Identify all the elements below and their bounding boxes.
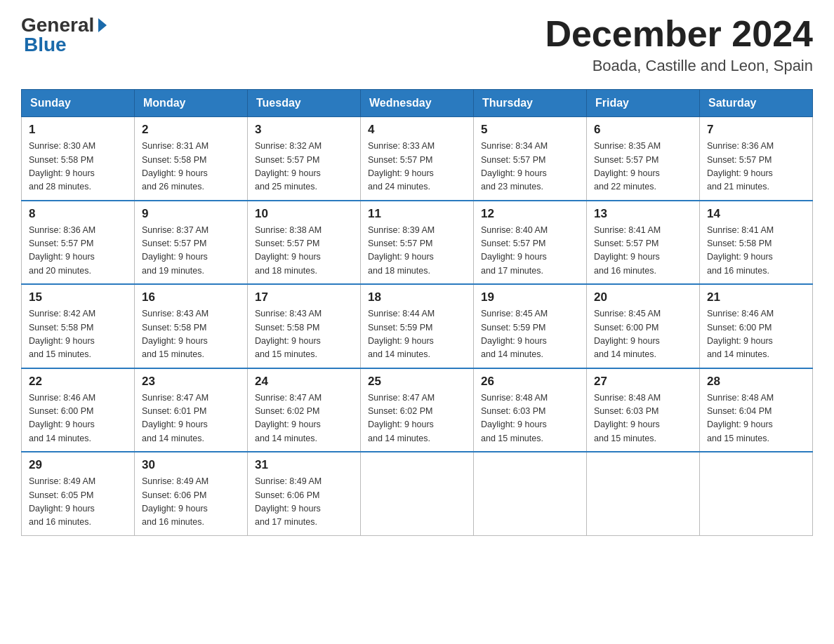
page-header: General Blue December 2024 Boada, Castil… xyxy=(21,14,813,75)
weekday-header-thursday: Thursday xyxy=(474,90,587,117)
day-info: Sunrise: 8:43 AMSunset: 5:58 PMDaylight:… xyxy=(255,307,353,362)
day-number: 16 xyxy=(142,290,240,304)
calendar-week-row: 22Sunrise: 8:46 AMSunset: 6:00 PMDayligh… xyxy=(22,368,813,452)
day-info: Sunrise: 8:39 AMSunset: 5:57 PMDaylight:… xyxy=(368,224,466,279)
calendar-cell: 2Sunrise: 8:31 AMSunset: 5:58 PMDaylight… xyxy=(135,117,248,201)
calendar-location: Boada, Castille and Leon, Spain xyxy=(545,57,813,75)
day-number: 20 xyxy=(594,290,692,304)
day-number: 1 xyxy=(29,123,127,137)
calendar-cell: 28Sunrise: 8:48 AMSunset: 6:04 PMDayligh… xyxy=(700,368,813,452)
title-section: December 2024 Boada, Castille and Leon, … xyxy=(545,14,813,75)
day-info: Sunrise: 8:49 AMSunset: 6:06 PMDaylight:… xyxy=(255,475,353,530)
day-info: Sunrise: 8:33 AMSunset: 5:57 PMDaylight:… xyxy=(368,140,466,194)
calendar-cell: 10Sunrise: 8:38 AMSunset: 5:57 PMDayligh… xyxy=(248,201,361,285)
calendar-cell: 14Sunrise: 8:41 AMSunset: 5:58 PMDayligh… xyxy=(700,201,813,285)
day-number: 30 xyxy=(142,458,240,472)
day-number: 21 xyxy=(707,290,805,304)
weekday-header-tuesday: Tuesday xyxy=(248,90,361,117)
day-number: 6 xyxy=(594,123,692,137)
day-info: Sunrise: 8:46 AMSunset: 6:00 PMDaylight:… xyxy=(29,391,127,446)
weekday-header-wednesday: Wednesday xyxy=(361,90,474,117)
day-info: Sunrise: 8:35 AMSunset: 5:57 PMDaylight:… xyxy=(594,140,692,194)
calendar-cell: 30Sunrise: 8:49 AMSunset: 6:06 PMDayligh… xyxy=(135,452,248,535)
day-info: Sunrise: 8:37 AMSunset: 5:57 PMDaylight:… xyxy=(142,224,240,279)
day-number: 2 xyxy=(142,123,240,137)
calendar-cell xyxy=(700,452,813,535)
calendar-header-row: SundayMondayTuesdayWednesdayThursdayFrid… xyxy=(22,90,813,117)
calendar-week-row: 15Sunrise: 8:42 AMSunset: 5:58 PMDayligh… xyxy=(22,284,813,368)
calendar-cell: 4Sunrise: 8:33 AMSunset: 5:57 PMDaylight… xyxy=(361,117,474,201)
day-info: Sunrise: 8:46 AMSunset: 6:00 PMDaylight:… xyxy=(707,307,805,362)
calendar-cell: 21Sunrise: 8:46 AMSunset: 6:00 PMDayligh… xyxy=(700,284,813,368)
weekday-header-friday: Friday xyxy=(587,90,700,117)
day-number: 24 xyxy=(255,375,353,389)
day-number: 25 xyxy=(368,375,466,389)
day-info: Sunrise: 8:45 AMSunset: 6:00 PMDaylight:… xyxy=(594,307,692,362)
calendar-cell: 29Sunrise: 8:49 AMSunset: 6:05 PMDayligh… xyxy=(22,452,135,535)
calendar-cell: 31Sunrise: 8:49 AMSunset: 6:06 PMDayligh… xyxy=(248,452,361,535)
calendar-cell xyxy=(474,452,587,535)
day-number: 4 xyxy=(368,123,466,137)
day-info: Sunrise: 8:41 AMSunset: 5:58 PMDaylight:… xyxy=(707,224,805,279)
calendar-cell: 25Sunrise: 8:47 AMSunset: 6:02 PMDayligh… xyxy=(361,368,474,452)
day-info: Sunrise: 8:36 AMSunset: 5:57 PMDaylight:… xyxy=(29,224,127,279)
calendar-cell: 20Sunrise: 8:45 AMSunset: 6:00 PMDayligh… xyxy=(587,284,700,368)
day-info: Sunrise: 8:42 AMSunset: 5:58 PMDaylight:… xyxy=(29,307,127,362)
day-number: 10 xyxy=(255,207,353,221)
day-number: 27 xyxy=(594,375,692,389)
logo: General Blue xyxy=(21,14,107,56)
day-info: Sunrise: 8:31 AMSunset: 5:58 PMDaylight:… xyxy=(142,140,240,194)
day-number: 14 xyxy=(707,207,805,221)
calendar-week-row: 29Sunrise: 8:49 AMSunset: 6:05 PMDayligh… xyxy=(22,452,813,535)
calendar-cell: 19Sunrise: 8:45 AMSunset: 5:59 PMDayligh… xyxy=(474,284,587,368)
weekday-header-monday: Monday xyxy=(135,90,248,117)
calendar-cell: 15Sunrise: 8:42 AMSunset: 5:58 PMDayligh… xyxy=(22,284,135,368)
day-number: 23 xyxy=(142,375,240,389)
calendar-cell: 6Sunrise: 8:35 AMSunset: 5:57 PMDaylight… xyxy=(587,117,700,201)
calendar-week-row: 8Sunrise: 8:36 AMSunset: 5:57 PMDaylight… xyxy=(22,201,813,285)
day-number: 7 xyxy=(707,123,805,137)
day-number: 19 xyxy=(481,290,579,304)
calendar-cell xyxy=(587,452,700,535)
day-number: 17 xyxy=(255,290,353,304)
logo-blue-text: Blue xyxy=(24,34,67,56)
calendar-cell: 12Sunrise: 8:40 AMSunset: 5:57 PMDayligh… xyxy=(474,201,587,285)
day-info: Sunrise: 8:40 AMSunset: 5:57 PMDaylight:… xyxy=(481,224,579,279)
day-number: 26 xyxy=(481,375,579,389)
day-info: Sunrise: 8:48 AMSunset: 6:04 PMDaylight:… xyxy=(707,391,805,446)
day-number: 9 xyxy=(142,207,240,221)
day-info: Sunrise: 8:49 AMSunset: 6:05 PMDaylight:… xyxy=(29,475,127,530)
calendar-week-row: 1Sunrise: 8:30 AMSunset: 5:58 PMDaylight… xyxy=(22,117,813,201)
day-number: 3 xyxy=(255,123,353,137)
calendar-cell: 11Sunrise: 8:39 AMSunset: 5:57 PMDayligh… xyxy=(361,201,474,285)
calendar-cell: 13Sunrise: 8:41 AMSunset: 5:57 PMDayligh… xyxy=(587,201,700,285)
day-info: Sunrise: 8:44 AMSunset: 5:59 PMDaylight:… xyxy=(368,307,466,362)
day-info: Sunrise: 8:41 AMSunset: 5:57 PMDaylight:… xyxy=(594,224,692,279)
day-number: 13 xyxy=(594,207,692,221)
calendar-title: December 2024 xyxy=(545,14,813,54)
day-info: Sunrise: 8:34 AMSunset: 5:57 PMDaylight:… xyxy=(481,140,579,194)
weekday-header-saturday: Saturday xyxy=(700,90,813,117)
calendar-table: SundayMondayTuesdayWednesdayThursdayFrid… xyxy=(21,89,813,536)
day-number: 8 xyxy=(29,207,127,221)
day-number: 15 xyxy=(29,290,127,304)
day-info: Sunrise: 8:48 AMSunset: 6:03 PMDaylight:… xyxy=(481,391,579,446)
day-info: Sunrise: 8:30 AMSunset: 5:58 PMDaylight:… xyxy=(29,140,127,194)
calendar-cell: 3Sunrise: 8:32 AMSunset: 5:57 PMDaylight… xyxy=(248,117,361,201)
calendar-cell: 9Sunrise: 8:37 AMSunset: 5:57 PMDaylight… xyxy=(135,201,248,285)
day-info: Sunrise: 8:32 AMSunset: 5:57 PMDaylight:… xyxy=(255,140,353,194)
day-info: Sunrise: 8:36 AMSunset: 5:57 PMDaylight:… xyxy=(707,140,805,194)
calendar-cell: 7Sunrise: 8:36 AMSunset: 5:57 PMDaylight… xyxy=(700,117,813,201)
day-number: 18 xyxy=(368,290,466,304)
weekday-header-sunday: Sunday xyxy=(22,90,135,117)
calendar-cell: 1Sunrise: 8:30 AMSunset: 5:58 PMDaylight… xyxy=(22,117,135,201)
day-number: 5 xyxy=(481,123,579,137)
calendar-cell: 18Sunrise: 8:44 AMSunset: 5:59 PMDayligh… xyxy=(361,284,474,368)
day-info: Sunrise: 8:47 AMSunset: 6:02 PMDaylight:… xyxy=(255,391,353,446)
calendar-cell: 22Sunrise: 8:46 AMSunset: 6:00 PMDayligh… xyxy=(22,368,135,452)
calendar-cell: 17Sunrise: 8:43 AMSunset: 5:58 PMDayligh… xyxy=(248,284,361,368)
day-info: Sunrise: 8:48 AMSunset: 6:03 PMDaylight:… xyxy=(594,391,692,446)
calendar-cell xyxy=(361,452,474,535)
day-number: 11 xyxy=(368,207,466,221)
logo-arrow-icon xyxy=(98,18,107,32)
